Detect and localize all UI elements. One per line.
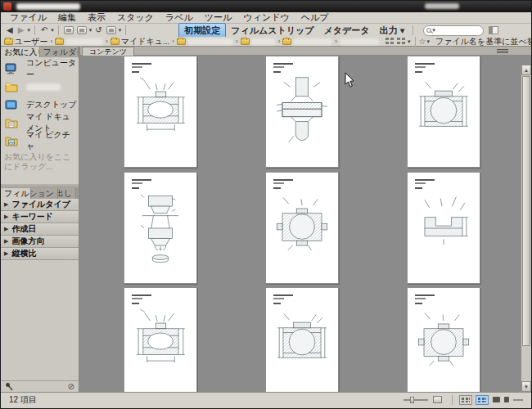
thumbnail-view-icon[interactable] [385, 38, 394, 45]
folder-icon [110, 38, 119, 45]
filter-tab[interactable]: コレクション [31, 188, 58, 199]
breadcrumb-item[interactable] [241, 38, 276, 45]
desktop-icon [5, 99, 22, 110]
view-grid-lock-button[interactable] [459, 395, 472, 405]
panel-menu-icon[interactable] [497, 48, 508, 54]
patent-drawing-ellipse-block [130, 304, 191, 383]
camera-import-icon[interactable] [64, 26, 74, 34]
back-button[interactable]: ◀ [4, 25, 16, 36]
filter-section-header[interactable]: ▶ファイルタイプ [1, 199, 79, 211]
thumbnail[interactable] [265, 56, 339, 168]
thumbnail[interactable] [265, 287, 339, 392]
filter-section-header[interactable]: ▶縦横比 [1, 248, 79, 260]
toolbar-separator [413, 25, 413, 35]
filter-section-header[interactable]: ▶画像方向 [1, 236, 79, 248]
menu-item[interactable]: ファイル [4, 11, 52, 24]
search-input[interactable]: ▾ [423, 25, 484, 36]
default-thumb-size-button[interactable] [433, 396, 442, 403]
favorites-panel: お気に入りフォルダー コンピューターデスクトップマイ ドキュメントマイ ピクチャ… [1, 47, 79, 184]
thumbnail[interactable] [124, 287, 197, 392]
vertical-scrollbar[interactable]: ▲ ▼ [521, 65, 531, 392]
filter-section-label: 画像方向 [11, 236, 44, 247]
detail-view-icon[interactable] [397, 38, 405, 45]
folder-icon [4, 38, 13, 45]
breadcrumb-item[interactable]: マイドキュ... [110, 36, 170, 47]
menu-item[interactable]: 編集 [52, 11, 82, 24]
patent-drawing-circle-block [413, 73, 474, 151]
bridge-window: ファイル編集表示スタックラベルツールウィンドウヘルプ ◀ ▶ ▾ ↶ ▾ ▾ ↺… [0, 0, 532, 409]
nav-dropdown-caret[interactable]: ▾ [26, 27, 31, 34]
favorites-tab[interactable]: フォルダー [40, 47, 79, 57]
view-details-button[interactable] [493, 397, 500, 402]
expand-icon: ▶ [4, 226, 8, 232]
favorites-item-label: デスクトップ [26, 99, 76, 110]
forward-button[interactable]: ▶ [16, 25, 27, 36]
thumbnail[interactable] [124, 172, 197, 284]
documents-icon [5, 117, 22, 128]
thumbnail[interactable] [407, 56, 480, 168]
scroll-down-button[interactable]: ▼ [521, 381, 531, 392]
slider-handle[interactable] [410, 397, 414, 403]
statusbar-resize-grip [513, 399, 523, 401]
filter-section-header[interactable]: ▶作成日 [1, 223, 79, 236]
sidebar: お気に入りフォルダー コンピューターデスクトップマイ ドキュメントマイ ピクチャ… [1, 47, 79, 392]
filter-section-label: 縦横比 [11, 248, 36, 259]
favorites-tab[interactable]: お気に入り [1, 47, 40, 57]
thumbnail[interactable] [124, 56, 197, 168]
boomerang-icon[interactable]: ↶ [38, 25, 50, 36]
app-icon [3, 2, 11, 11]
favorites-item[interactable] [1, 78, 79, 96]
clear-filter-icon[interactable]: ⊘ [68, 382, 74, 392]
thumbnail[interactable] [407, 287, 480, 392]
breadcrumb-item[interactable] [282, 38, 332, 45]
thumb-header-text [132, 66, 142, 68]
folder-icon [241, 38, 250, 45]
scroll-up-button[interactable]: ▲ [521, 65, 531, 75]
compact-mode-icon[interactable] [489, 26, 498, 34]
pin-icon[interactable] [5, 382, 13, 391]
boomerang-caret[interactable]: ▾ [50, 27, 55, 34]
view-caret[interactable]: ▾ [407, 38, 412, 45]
filter-footer: ⊘ [1, 380, 79, 392]
breadcrumb-item[interactable] [177, 38, 233, 45]
thumbnail[interactable] [407, 172, 480, 284]
new-folder-caret[interactable]: ▾ [118, 27, 123, 34]
breadcrumb-separator: › [233, 38, 241, 45]
thumb-header-text [415, 66, 426, 68]
filter-tab[interactable]: 書き出し [58, 188, 76, 199]
scrollbar-thumb[interactable] [522, 76, 530, 346]
refine-icon[interactable] [77, 26, 87, 34]
item-count: 12 項目 [9, 394, 37, 406]
thumb-header-text [132, 63, 151, 65]
breadcrumb-item[interactable]: ユーザー [4, 36, 47, 47]
folder-icon [5, 81, 22, 92]
star-caret[interactable]: ▾ [426, 38, 431, 45]
sort-label[interactable]: ファイル名を基準に並べ替え [435, 36, 532, 47]
favorites-item-label: コンピューター [26, 57, 79, 80]
favorites-item[interactable]: コンピューター [1, 60, 79, 78]
star-filter-icon[interactable]: ☆ [419, 38, 426, 46]
folder-icon [55, 38, 64, 45]
thumbnail-size-slider[interactable] [404, 399, 428, 401]
redacted-folder-name [187, 38, 233, 45]
view-thumbnails-button[interactable] [476, 395, 489, 405]
redacted-keywords [340, 38, 379, 45]
thumb-header-text [273, 294, 293, 296]
tab-content[interactable]: コンテンツ [82, 47, 134, 56]
breadcrumb-separator: › [169, 38, 177, 45]
favorites-item[interactable]: マイ ピクチャ [1, 132, 79, 150]
new-folder-icon[interactable] [106, 26, 116, 34]
menu-item[interactable]: スタック [111, 11, 160, 24]
rotate-ccw-icon[interactable]: ↺ [92, 25, 104, 36]
filter-section-header[interactable]: ▶キーワード [1, 211, 79, 223]
toolbar-separator [58, 25, 59, 35]
thumb-header-text [415, 63, 435, 65]
thumbnail[interactable] [265, 172, 339, 284]
filter-tab[interactable]: フィルター [1, 188, 31, 199]
view-list-button[interactable] [504, 397, 509, 402]
menu-item[interactable]: 表示 [82, 11, 111, 24]
patent-drawing-circle-block-tabs [272, 189, 332, 267]
redacted-folder-name [65, 38, 103, 45]
breadcrumb-item[interactable] [55, 38, 103, 45]
breadcrumb: ユーザー››マイドキュ...›››› [4, 36, 340, 47]
